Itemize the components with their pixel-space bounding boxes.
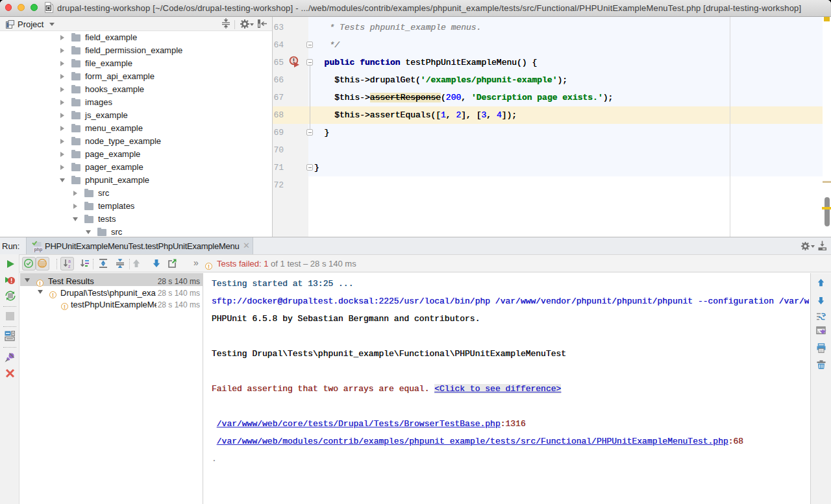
svg-text:z: z <box>68 264 71 269</box>
svg-text:php: php <box>34 247 42 252</box>
svg-text:a: a <box>68 259 71 263</box>
